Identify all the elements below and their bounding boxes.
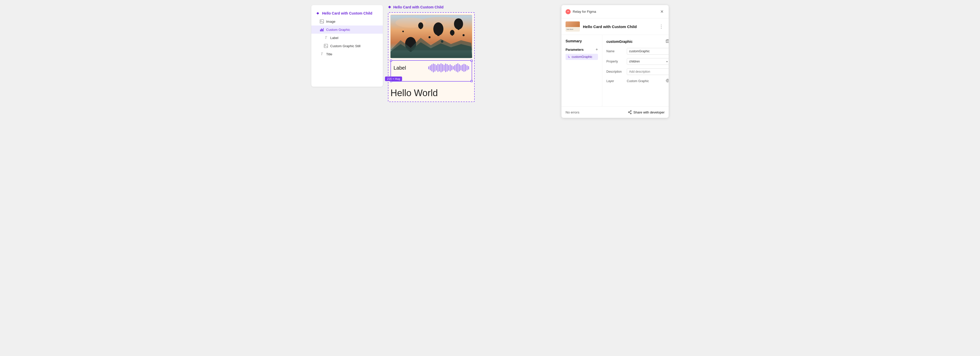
- svg-point-37: [630, 110, 632, 111]
- svg-point-15: [454, 18, 463, 29]
- name-input[interactable]: [627, 48, 669, 54]
- right-header: Relay for Figma ✕: [562, 5, 669, 18]
- layer-value: Custom Graphic: [627, 79, 662, 83]
- left-panel: ❖ Hello Card with Custom Child Image: [311, 5, 383, 87]
- delete-icon[interactable]: [666, 39, 669, 44]
- target-icon[interactable]: [666, 79, 669, 84]
- right-body: Summary Parameters + ↳ customGraphic cus…: [562, 35, 669, 106]
- svg-rect-2: [320, 30, 321, 31]
- tree-item-custom-graphic-label: Custom Graphic: [326, 28, 350, 32]
- tree-item-custom-graphic-still-label: Custom Graphic Still: [330, 44, 360, 48]
- summary-column: Summary Parameters + ↳ customGraphic: [562, 35, 602, 106]
- svg-rect-18: [420, 28, 422, 29]
- svg-point-38: [628, 112, 629, 113]
- tree-item-custom-graphic[interactable]: Custom Graphic: [311, 25, 383, 34]
- preview-title-text: Hello Card with Custom Child: [393, 5, 444, 9]
- detail-column: customGraphic Name: [602, 35, 669, 106]
- name-label: Name: [606, 49, 625, 53]
- middle-panel: ❖ Hello Card with Custom Child: [388, 5, 556, 102]
- tree-item-image-label: Image: [326, 20, 335, 24]
- preview-title-icon: ❖: [388, 5, 391, 9]
- share-button-text: Share with developer: [633, 110, 665, 114]
- summary-heading: Summary: [566, 39, 598, 43]
- svg-point-24: [402, 30, 404, 32]
- tree-item-label-label: Label: [330, 36, 339, 40]
- svg-point-17: [418, 22, 423, 29]
- component-title: Hello Card with Custom Child: [583, 24, 655, 29]
- parameters-heading: Parameters +: [566, 47, 598, 52]
- property-field-row: Property children slot render ▾: [606, 58, 669, 65]
- relay-icon: [566, 9, 571, 14]
- hello-world-text: Hello World: [390, 87, 472, 99]
- property-label: Property: [606, 60, 625, 63]
- tree-item-custom-graphic-still[interactable]: Custom Graphic Still: [311, 42, 383, 50]
- svg-rect-5: [323, 28, 324, 31]
- layer-label: Layer: [606, 79, 625, 83]
- svg-rect-6: [324, 44, 328, 48]
- svg-point-7: [325, 45, 326, 46]
- description-input[interactable]: [627, 68, 669, 75]
- share-button[interactable]: Share with developer: [628, 110, 665, 114]
- svg-rect-20: [452, 35, 453, 36]
- description-label: Description: [606, 70, 625, 73]
- svg-point-13: [433, 22, 444, 35]
- more-options-button[interactable]: ⋮: [658, 23, 665, 30]
- share-icon: [628, 110, 632, 114]
- grid-icon: ❖: [315, 11, 320, 16]
- svg-rect-0: [320, 20, 324, 23]
- svg-line-40: [629, 111, 630, 112]
- svg-line-41: [629, 113, 630, 113]
- image-icon-2: [324, 44, 328, 48]
- preview-title: ❖ Hello Card with Custom Child: [388, 5, 444, 9]
- svg-point-19: [450, 30, 455, 35]
- layer-field-row: Layer Custom Graphic: [606, 79, 669, 84]
- component-header: Hello World Hello Card with Custom Child…: [562, 18, 669, 35]
- canvas-card-inner: Label 216 × Hug: [390, 60, 472, 82]
- thumbnail-text: Hello World: [566, 27, 580, 32]
- label-row: Label: [393, 63, 469, 72]
- detail-heading: customGraphic: [606, 39, 669, 44]
- text-icon-2: T: [320, 52, 324, 56]
- svg-point-25: [567, 10, 570, 13]
- svg-point-21: [428, 36, 431, 38]
- bar-chart-icon: [320, 27, 324, 32]
- svg-rect-3: [321, 29, 322, 31]
- param-item-label: customGraphic: [572, 55, 592, 59]
- image-icon: [320, 19, 324, 24]
- svg-point-32: [667, 80, 668, 81]
- text-icon: T: [324, 35, 328, 40]
- property-select-wrapper: children slot render ▾: [627, 58, 669, 65]
- add-parameter-button[interactable]: +: [596, 47, 598, 52]
- balloon-scene: [390, 15, 472, 58]
- property-select[interactable]: children slot render: [627, 58, 669, 65]
- svg-rect-14: [438, 35, 439, 36]
- close-button[interactable]: ✕: [659, 8, 665, 15]
- relay-branding-text: Relay for Figma: [573, 10, 596, 14]
- tree-item-label[interactable]: T Label: [311, 34, 383, 42]
- param-item-custom-graphic[interactable]: ↳ customGraphic: [566, 54, 598, 60]
- svg-rect-4: [322, 29, 323, 31]
- tree-item-title-label: Title: [326, 52, 332, 56]
- svg-point-39: [630, 113, 632, 114]
- label-text: Label: [393, 65, 406, 71]
- tree-item-root[interactable]: ❖ Hello Card with Custom Child: [311, 9, 383, 17]
- description-field-row: Description: [606, 68, 669, 75]
- svg-rect-16: [458, 29, 460, 30]
- relay-branding: Relay for Figma: [566, 9, 596, 14]
- svg-point-23: [463, 34, 465, 36]
- size-badge: 216 × Hug: [385, 76, 402, 81]
- no-errors-text: No errors: [566, 110, 579, 114]
- waveform: [428, 63, 469, 72]
- thumbnail-image: [566, 21, 580, 27]
- right-footer: No errors Share with developer: [562, 106, 669, 118]
- right-panel: Relay for Figma ✕ Hello World Hello Card…: [562, 5, 669, 118]
- tree-item-root-label: Hello Card with Custom Child: [322, 11, 372, 15]
- svg-point-1: [321, 21, 321, 21]
- name-field-row: Name: [606, 48, 669, 54]
- component-thumbnail: Hello World: [566, 21, 580, 32]
- tree-item-image[interactable]: Image: [311, 17, 383, 25]
- tree-item-title[interactable]: T Title: [311, 50, 383, 58]
- param-arrow-icon: ↳: [568, 55, 570, 59]
- canvas-image: [390, 15, 472, 58]
- canvas-area: Label 216 × Hug Hello World: [388, 12, 475, 102]
